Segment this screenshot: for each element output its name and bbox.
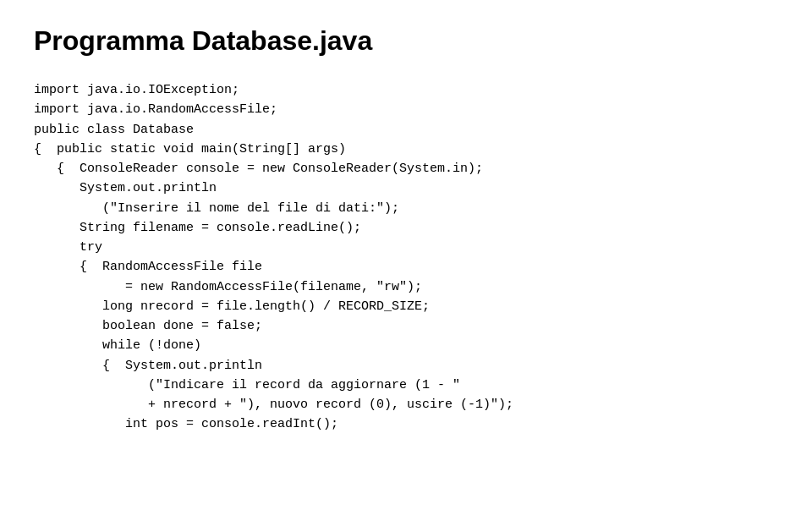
code-content: import java.io.IOException; import java.… xyxy=(34,80,778,435)
page-title: Programma Database.java xyxy=(34,25,778,57)
